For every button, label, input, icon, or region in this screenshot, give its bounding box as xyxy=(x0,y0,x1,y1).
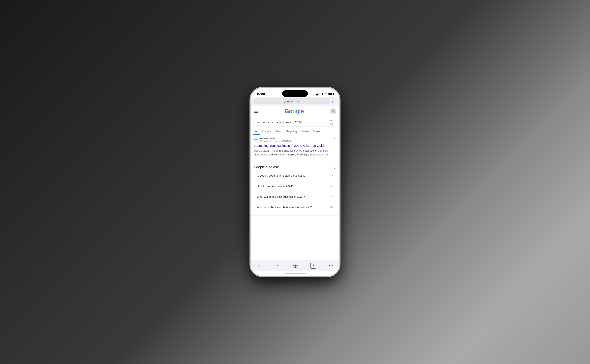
tab-all[interactable]: All xyxy=(253,128,260,135)
share-button[interactable] xyxy=(331,98,337,104)
paa-question-2-text: How to start a business 2024? xyxy=(257,184,330,188)
google-logo: Google xyxy=(285,108,304,115)
tab-images[interactable]: Images xyxy=(260,128,273,135)
paa-more-button[interactable]: ⋮ xyxy=(333,165,336,169)
source-favicon: wac xyxy=(254,137,258,142)
home-indicator xyxy=(251,271,339,276)
signal-bar-3 xyxy=(319,93,319,96)
source-url: Webandcrafts.com › 2023/12/10 xyxy=(260,140,291,143)
chevron-down-icon-3 xyxy=(330,195,333,198)
account-avatar[interactable] xyxy=(330,108,336,114)
iphone-frame: 10:58 ▾ xyxy=(250,88,340,276)
people-also-ask-section: People also ask ⋮ Is 2024 a good year to… xyxy=(251,163,339,216)
phone-wrapper: 10:58 ▾ xyxy=(250,88,340,276)
paa-question-1-text: Is 2024 a good year to start a business? xyxy=(257,174,330,178)
paa-question-1[interactable]: Is 2024 a good year to start a business? xyxy=(254,171,336,180)
paa-title: People also ask xyxy=(254,165,279,169)
result-title[interactable]: Launching Your Business in 2024: A Start… xyxy=(254,143,336,148)
add-tab-button[interactable] xyxy=(292,262,299,269)
signal-bar-2 xyxy=(317,94,318,96)
hamburger-menu[interactable] xyxy=(254,110,258,113)
signal-bar-4 xyxy=(320,92,321,96)
battery-icon xyxy=(329,93,334,95)
paa-question-4[interactable]: What is the best month to launch a busin… xyxy=(254,203,336,212)
more-button[interactable] xyxy=(328,262,335,269)
url-bar-area: google.com xyxy=(251,97,339,105)
search-results: wac Webandcrafts Webandcrafts.com › 2023… xyxy=(251,135,339,260)
svg-point-3 xyxy=(329,265,330,266)
paa-question-3-text: What will be the best business in 2024? xyxy=(257,195,330,199)
signal-icon xyxy=(316,92,321,96)
svg-point-5 xyxy=(332,265,333,266)
source-details: Webandcrafts Webandcrafts.com › 2023/12/… xyxy=(260,137,291,143)
tab-news[interactable]: News xyxy=(273,128,284,135)
signal-bar-1 xyxy=(316,94,317,96)
result-snippet: Dec 10, 2023 – An entrepreneurial journe… xyxy=(254,149,336,160)
forward-button[interactable] xyxy=(274,262,281,269)
url-text: google.com xyxy=(284,100,299,103)
tab-videos[interactable]: Videos xyxy=(299,128,311,135)
result-date: Dec 10, 2023 xyxy=(254,149,269,152)
search-bar[interactable]: Launch your business in 2024 xyxy=(253,118,337,127)
source-info: wac Webandcrafts Webandcrafts.com › 2023… xyxy=(254,137,291,143)
tab-shopping[interactable]: Shopping xyxy=(283,128,299,135)
search-result-1: wac Webandcrafts Webandcrafts.com › 2023… xyxy=(251,135,339,163)
lens-icon xyxy=(329,120,333,125)
result-source: wac Webandcrafts Webandcrafts.com › 2023… xyxy=(254,137,336,143)
back-button[interactable] xyxy=(255,262,262,269)
result-more-button[interactable]: ⋮ xyxy=(333,138,336,142)
paa-question-3[interactable]: What will be the best business in 2024? xyxy=(254,192,336,202)
svg-point-0 xyxy=(332,110,334,111)
status-time: 10:58 xyxy=(256,92,265,96)
url-bar[interactable]: google.com xyxy=(253,98,330,104)
google-header: Google xyxy=(251,105,339,117)
chevron-down-icon-4 xyxy=(330,206,333,209)
dynamic-island xyxy=(282,90,308,97)
search-query: Launch your business in 2024 xyxy=(261,121,327,124)
google-lens-button[interactable] xyxy=(328,120,333,125)
source-name: Webandcrafts xyxy=(260,137,291,140)
tab-books[interactable]: Books xyxy=(311,128,322,135)
wifi-icon: ▾ xyxy=(322,92,327,96)
browser-content: Google xyxy=(251,105,339,276)
paa-question-4-text: What is the best month to launch a busin… xyxy=(257,205,330,209)
tab-counter[interactable]: 3 xyxy=(310,263,316,269)
bottom-toolbar: 3 xyxy=(251,260,339,271)
iphone-screen: 10:58 ▾ xyxy=(251,88,339,276)
search-icon xyxy=(257,120,260,124)
svg-point-4 xyxy=(331,265,332,266)
status-icons: ▾ xyxy=(316,92,334,96)
search-tabs: All Images News Shopping Videos Books xyxy=(251,128,339,135)
home-bar xyxy=(284,273,306,274)
chevron-down-icon-2 xyxy=(330,185,333,188)
paa-question-2[interactable]: How to start a business 2024? xyxy=(254,182,336,191)
paa-header: People also ask ⋮ xyxy=(254,165,336,169)
chevron-down-icon-1 xyxy=(330,174,333,177)
